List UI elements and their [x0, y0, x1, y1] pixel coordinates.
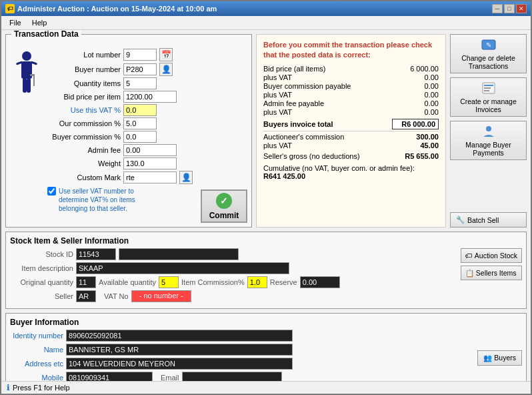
qty-items-row: Quantity items [47, 77, 247, 89]
use-seller-vat-checkbox[interactable] [47, 187, 56, 195]
inv-row-bid: Bid price (all items) 6 000.00 [263, 65, 439, 73]
lot-number-row: Lot number 📅 [47, 48, 247, 61]
svg-rect-13 [484, 90, 489, 91]
title-bar-left: 🏷 Administer Auction : Auction on 15-May… [5, 4, 217, 13]
use-vat-input[interactable] [123, 104, 157, 116]
seller-input[interactable] [76, 290, 96, 302]
inv-cumulative-value: R641 425.00 [263, 172, 439, 180]
inv-row-seller-gross: Seller's gross (no deductions) R5 655.00 [263, 152, 439, 160]
auction-stock-label: Auction Stock [475, 252, 517, 260]
orig-qty-input[interactable] [76, 276, 96, 288]
admin-fee-label: Admin fee [47, 146, 121, 154]
buyer-commission-row: Buyer commission % [47, 131, 247, 143]
custom-mark-icon[interactable]: 👤 [179, 171, 193, 184]
seller-label: Seller [10, 292, 73, 300]
title-bar: 🏷 Administer Auction : Auction on 15-May… [1, 1, 531, 16]
item-commission-label: Item Commission% [181, 278, 245, 286]
inv-vat2-value: 0.00 [399, 91, 439, 99]
menu-help[interactable]: Help [27, 17, 53, 28]
name-label: Name [10, 346, 63, 354]
stock-id-extra-input[interactable] [119, 248, 239, 260]
svg-point-0 [22, 51, 31, 61]
inv-buyer-comm-value: 0.00 [399, 82, 439, 90]
avail-qty-input[interactable] [159, 276, 179, 288]
mobile-input[interactable] [66, 372, 153, 381]
orig-qty-label: Original quantity [10, 278, 73, 286]
inv-plus-vat-value: 45.00 [399, 141, 439, 149]
menu-bar: File Help [1, 16, 531, 30]
item-commission-input[interactable] [247, 276, 267, 288]
batch-sell-icon: 🔧 [456, 216, 465, 224]
commit-button[interactable]: ✓ Commit [201, 189, 247, 223]
vat-no-label: VAT No [104, 292, 129, 300]
svg-rect-7 [30, 74, 35, 76]
create-manage-button[interactable]: Create or manage Invoices [450, 77, 527, 117]
sellers-items-button[interactable]: 📋 Sellers Items [461, 266, 522, 280]
identity-label: Identity number [10, 332, 63, 340]
identity-row: Identity number [10, 330, 473, 342]
main-window: 🏷 Administer Auction : Auction on 15-May… [0, 0, 532, 395]
qty-items-input[interactable] [123, 77, 157, 89]
auction-stock-button[interactable]: 🏷 Auction Stock [461, 248, 522, 263]
manage-buyer-label: Manage Buyer Payments [453, 141, 523, 157]
stock-id-input[interactable] [76, 248, 116, 260]
help-text: Press F1 for Help [13, 384, 70, 392]
use-vat-row: Use this VAT % [47, 104, 247, 116]
inv-cumulative-label: Cumulative (no VAT, buyer com. or admin … [263, 164, 439, 172]
menu-file[interactable]: File [4, 17, 27, 28]
change-delete-button[interactable]: ✎ Change or delete Transactions [450, 34, 527, 73]
inv-row-auctioneer: Auctioneer's commission 300.00 [263, 133, 439, 141]
create-manage-icon [479, 81, 498, 95]
side-spacer [450, 164, 527, 208]
address-input[interactable] [66, 358, 293, 370]
buyer-commission-input[interactable] [123, 131, 157, 143]
buyers-button-container: 👥 Buyers [477, 330, 522, 381]
lot-number-input[interactable] [123, 49, 157, 61]
use-seller-vat-label: Use seller VAT number to determine VAT% … [59, 187, 139, 213]
change-delete-icon: ✎ [479, 37, 498, 52]
lot-calendar-icon[interactable]: 📅 [159, 48, 173, 61]
manage-buyer-icon [479, 124, 498, 139]
maximize-button[interactable]: □ [504, 4, 515, 13]
name-row: Name [10, 344, 473, 356]
batch-sell-button[interactable]: 🔧 Batch Sell [450, 212, 527, 228]
minimize-button[interactable]: ─ [492, 4, 503, 13]
svg-rect-1 [21, 61, 32, 79]
change-delete-label: Change or delete Transactions [453, 54, 523, 70]
manage-buyer-button[interactable]: Manage Buyer Payments [450, 121, 527, 160]
our-commission-input[interactable] [123, 117, 157, 129]
commit-checkmark-icon: ✓ [216, 193, 232, 209]
buyer-person-icon[interactable]: 👤 [159, 63, 173, 76]
help-icon: ℹ [7, 383, 10, 392]
top-section: Transaction Data [5, 34, 527, 228]
inv-vat1-label: plus VAT [263, 73, 292, 81]
auction-stock-icon: 🏷 [465, 252, 473, 260]
bid-price-input[interactable] [123, 91, 177, 103]
item-desc-label: Item description [10, 264, 73, 272]
custom-mark-input[interactable] [123, 171, 177, 183]
item-desc-input[interactable] [76, 262, 289, 274]
close-button[interactable]: ✕ [516, 4, 527, 13]
custom-mark-label: Custom Mark [47, 173, 121, 181]
buyers-button[interactable]: 👥 Buyers [477, 350, 522, 366]
inv-seller-gross-value: R5 655.00 [399, 152, 439, 160]
inv-buyer-comm-label: Buyer commission payable [263, 82, 351, 90]
inv-row-vat1: plus VAT 0.00 [263, 73, 439, 81]
admin-fee-input[interactable] [123, 144, 177, 156]
svg-rect-5 [27, 78, 31, 93]
inv-vat3-label: plus VAT [263, 108, 292, 116]
avail-qty-label: Available quantity [99, 278, 156, 286]
identity-input[interactable] [66, 330, 293, 342]
item-desc-row: Item description [10, 262, 455, 274]
stock-id-row: Stock ID [10, 248, 455, 260]
weight-input[interactable] [123, 157, 177, 169]
mobile-row: Mobile Email [10, 372, 473, 381]
main-content: Transaction Data [1, 30, 531, 381]
buyer-number-input[interactable] [123, 63, 157, 75]
invoice-section: Before you commit the transaction please… [256, 34, 446, 228]
name-input[interactable] [66, 344, 293, 356]
inv-auctioneer-value: 300.00 [399, 133, 439, 141]
email-input[interactable] [182, 372, 282, 381]
reserve-input[interactable] [300, 276, 340, 288]
stock-buttons: 🏷 Auction Stock 📋 Sellers Items [461, 248, 522, 280]
